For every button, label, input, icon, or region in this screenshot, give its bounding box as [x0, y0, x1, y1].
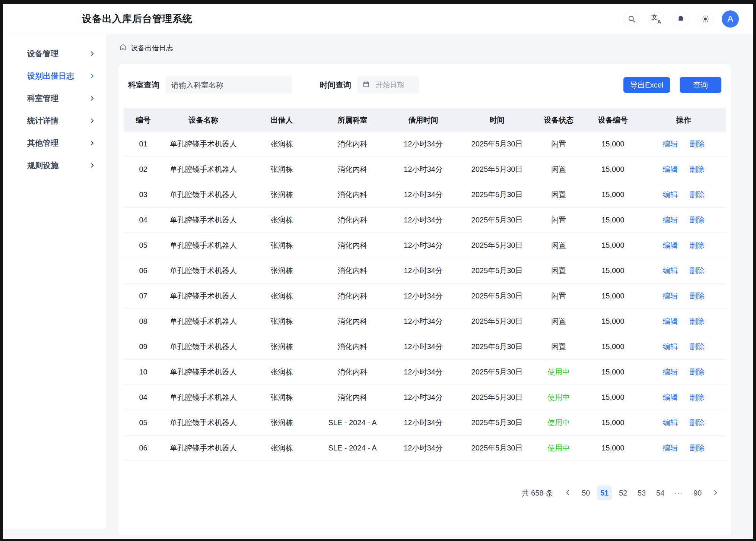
sidebar-item[interactable]: 其他管理 [3, 132, 106, 154]
edit-link[interactable]: 编辑 [663, 139, 678, 149]
page-number[interactable]: 52 [616, 485, 630, 500]
edit-link[interactable]: 编辑 [663, 266, 678, 276]
delete-link[interactable]: 删除 [690, 139, 705, 149]
cell-borrow-duration: 12小时34分 [385, 291, 461, 301]
page-number[interactable]: 51 [597, 485, 612, 500]
delete-link[interactable]: 删除 [690, 215, 705, 225]
chevron-right-icon [90, 73, 95, 79]
cell-device-code: 15,000 [584, 190, 642, 199]
edit-link[interactable]: 编辑 [663, 392, 678, 402]
column-header: 操作 [642, 115, 726, 125]
cell-actions: 编辑 删除 [642, 215, 726, 225]
query-button[interactable]: 查询 [680, 77, 721, 93]
delete-link[interactable]: 删除 [690, 291, 705, 301]
search-icon [628, 15, 636, 23]
delete-link[interactable]: 删除 [690, 392, 705, 402]
cell-borrow-duration: 12小时34分 [385, 418, 461, 428]
page-number[interactable]: 90 [690, 485, 705, 500]
page-number[interactable]: 53 [634, 485, 649, 500]
column-header: 时间 [461, 115, 533, 125]
cell-device-name: 单孔腔镜手术机器人 [163, 164, 244, 174]
cell-device-name: 单孔腔镜手术机器人 [163, 215, 244, 225]
delete-link[interactable]: 删除 [690, 367, 705, 377]
delete-link[interactable]: 删除 [690, 240, 705, 250]
table-row: 04 单孔腔镜手术机器人 张润栋 消化内科 12小时34分 2025年5月30日… [124, 208, 726, 233]
cell-device-name: 单孔腔镜手术机器人 [163, 418, 244, 428]
page-number[interactable]: 54 [653, 485, 668, 500]
page-number[interactable]: 50 [578, 485, 593, 500]
delete-link[interactable]: 删除 [690, 266, 705, 276]
pagination: 共 658 条 5051525354···90 [124, 485, 726, 500]
sidebar: 设备管理 设别出借日志 科室管理 统计详情 其他管理 规则设施 [3, 34, 106, 529]
search-button[interactable] [623, 11, 640, 27]
cell-department: 消化内科 [320, 342, 386, 352]
table-row: 06 单孔腔镜手术机器人 张润栋 消化内科 12小时34分 2025年5月30日… [124, 258, 726, 284]
delete-link[interactable]: 删除 [690, 443, 705, 453]
bell-icon [677, 15, 685, 23]
cell-date: 2025年5月30日 [461, 443, 533, 453]
cell-device-code: 15,000 [584, 216, 642, 224]
cell-department: 消化内科 [320, 266, 386, 276]
sidebar-item[interactable]: 规则设施 [3, 154, 106, 177]
cell-actions: 编辑 删除 [642, 367, 726, 377]
chevron-left-icon [565, 489, 571, 497]
cell-actions: 编辑 删除 [642, 240, 726, 250]
edit-link[interactable]: 编辑 [663, 443, 678, 453]
table-row: 05 单孔腔镜手术机器人 张润栋 SLE - 2024 - A 12小时34分 … [124, 410, 726, 436]
edit-link[interactable]: 编辑 [663, 164, 678, 174]
table-row: 04 单孔腔镜手术机器人 张润栋 消化内科 12小时34分 2025年5月30日… [124, 385, 726, 410]
dept-search-input[interactable] [165, 76, 292, 94]
export-excel-button[interactable]: 导出Excel [623, 77, 670, 93]
delete-link[interactable]: 删除 [690, 316, 705, 326]
sidebar-item[interactable]: 设别出借日志 [3, 65, 106, 87]
cell-date: 2025年5月30日 [461, 316, 533, 326]
page-title: 设备出入库后台管理系统 [82, 12, 193, 25]
cell-status: 闲置 [533, 291, 584, 301]
delete-link[interactable]: 删除 [690, 164, 705, 174]
cell-status: 闲置 [533, 139, 584, 149]
cell-device-code: 15,000 [584, 241, 642, 250]
translate-button[interactable]: 文 A [648, 11, 664, 27]
edit-link[interactable]: 编辑 [663, 418, 678, 428]
start-date-picker[interactable]: 开始日期 [357, 76, 419, 94]
cell-lender: 张润栋 [244, 418, 319, 428]
date-placeholder: 开始日期 [376, 80, 404, 90]
edit-link[interactable]: 编辑 [663, 367, 678, 377]
cell-device-code: 15,000 [584, 292, 642, 300]
user-avatar[interactable]: A [722, 10, 739, 28]
edit-link[interactable]: 编辑 [663, 190, 678, 200]
content-card: 科室查询 时间查询 开始日期 导出 [118, 64, 731, 535]
delete-link[interactable]: 删除 [690, 190, 705, 200]
filter-bar: 科室查询 时间查询 开始日期 导出 [124, 76, 726, 94]
theme-button[interactable] [697, 11, 714, 27]
edit-link[interactable]: 编辑 [663, 215, 678, 225]
sidebar-item[interactable]: 统计详情 [3, 110, 106, 132]
cell-department: 消化内科 [320, 392, 386, 402]
cell-id: 06 [124, 266, 163, 275]
edit-link[interactable]: 编辑 [663, 316, 678, 326]
sidebar-item-label: 科室管理 [27, 93, 58, 104]
app-window: 设备出入库后台管理系统 文 A [3, 4, 753, 539]
cell-device-code: 15,000 [584, 140, 642, 148]
chevron-right-icon [90, 140, 95, 146]
cell-department: SLE - 2024 - A [320, 444, 386, 452]
edit-link[interactable]: 编辑 [663, 342, 678, 352]
cell-date: 2025年5月30日 [461, 190, 533, 200]
delete-link[interactable]: 删除 [690, 418, 705, 428]
chevron-right-icon [90, 51, 95, 56]
sidebar-item[interactable]: 设备管理 [3, 42, 106, 65]
table-header-row: 编号设备名称出借人所属科室借用时间时间设备状态设备编号操作 [124, 108, 726, 132]
next-page-button[interactable] [709, 485, 722, 500]
prev-page-button[interactable] [561, 485, 575, 500]
edit-link[interactable]: 编辑 [663, 291, 678, 301]
cell-borrow-duration: 12小时34分 [385, 443, 461, 453]
cell-lender: 张润栋 [244, 240, 319, 250]
sidebar-item[interactable]: 科室管理 [3, 87, 106, 110]
cell-date: 2025年5月30日 [461, 215, 533, 225]
cell-actions: 编辑 删除 [642, 443, 726, 453]
delete-link[interactable]: 删除 [690, 342, 705, 352]
edit-link[interactable]: 编辑 [663, 240, 678, 250]
notification-button[interactable] [673, 11, 689, 27]
cell-device-code: 15,000 [584, 368, 642, 376]
time-filter-label: 时间查询 [320, 80, 351, 90]
